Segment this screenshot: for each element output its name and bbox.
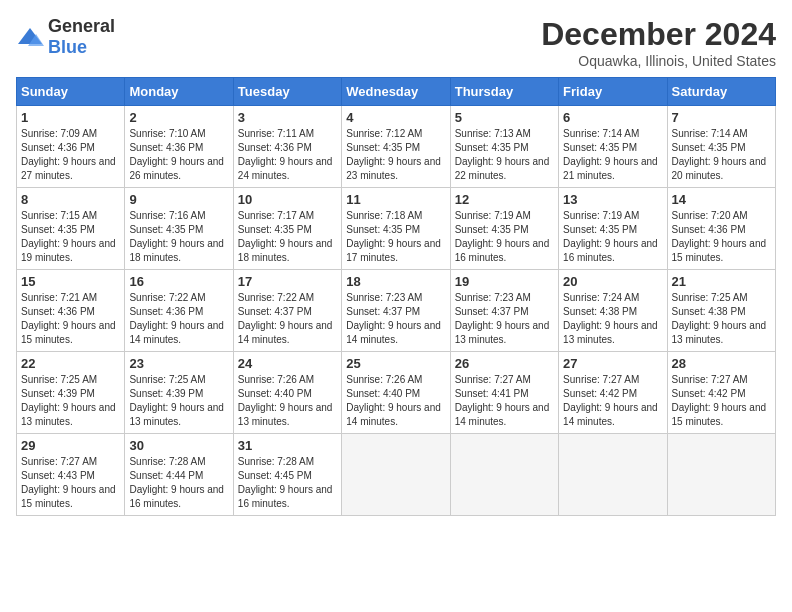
day-number: 16 xyxy=(129,274,228,289)
calendar-day-cell: 15Sunrise: 7:21 AMSunset: 4:36 PMDayligh… xyxy=(17,270,125,352)
day-number: 26 xyxy=(455,356,554,371)
calendar-day-cell: 25Sunrise: 7:26 AMSunset: 4:40 PMDayligh… xyxy=(342,352,450,434)
day-number: 22 xyxy=(21,356,120,371)
day-number: 23 xyxy=(129,356,228,371)
day-number: 29 xyxy=(21,438,120,453)
day-info: Sunrise: 7:26 AMSunset: 4:40 PMDaylight:… xyxy=(346,373,445,429)
calendar-day-cell: 30Sunrise: 7:28 AMSunset: 4:44 PMDayligh… xyxy=(125,434,233,516)
calendar-day-cell: 29Sunrise: 7:27 AMSunset: 4:43 PMDayligh… xyxy=(17,434,125,516)
calendar-day-cell xyxy=(667,434,775,516)
day-info: Sunrise: 7:16 AMSunset: 4:35 PMDaylight:… xyxy=(129,209,228,265)
day-of-week-header: Saturday xyxy=(667,78,775,106)
calendar-day-cell: 3Sunrise: 7:11 AMSunset: 4:36 PMDaylight… xyxy=(233,106,341,188)
day-number: 3 xyxy=(238,110,337,125)
day-info: Sunrise: 7:25 AMSunset: 4:38 PMDaylight:… xyxy=(672,291,771,347)
logo-blue: Blue xyxy=(48,37,87,57)
calendar-day-cell: 5Sunrise: 7:13 AMSunset: 4:35 PMDaylight… xyxy=(450,106,558,188)
calendar-day-cell: 8Sunrise: 7:15 AMSunset: 4:35 PMDaylight… xyxy=(17,188,125,270)
day-number: 15 xyxy=(21,274,120,289)
calendar-day-cell: 18Sunrise: 7:23 AMSunset: 4:37 PMDayligh… xyxy=(342,270,450,352)
calendar-week-row: 15Sunrise: 7:21 AMSunset: 4:36 PMDayligh… xyxy=(17,270,776,352)
month-title: December 2024 xyxy=(541,16,776,53)
calendar-day-cell: 24Sunrise: 7:26 AMSunset: 4:40 PMDayligh… xyxy=(233,352,341,434)
calendar-day-cell: 2Sunrise: 7:10 AMSunset: 4:36 PMDaylight… xyxy=(125,106,233,188)
day-number: 19 xyxy=(455,274,554,289)
page-header: General Blue December 2024 Oquawka, Illi… xyxy=(16,16,776,69)
day-info: Sunrise: 7:27 AMSunset: 4:41 PMDaylight:… xyxy=(455,373,554,429)
day-info: Sunrise: 7:11 AMSunset: 4:36 PMDaylight:… xyxy=(238,127,337,183)
day-number: 25 xyxy=(346,356,445,371)
day-info: Sunrise: 7:27 AMSunset: 4:43 PMDaylight:… xyxy=(21,455,120,511)
calendar-day-cell: 31Sunrise: 7:28 AMSunset: 4:45 PMDayligh… xyxy=(233,434,341,516)
calendar-day-cell: 13Sunrise: 7:19 AMSunset: 4:35 PMDayligh… xyxy=(559,188,667,270)
calendar-table: SundayMondayTuesdayWednesdayThursdayFrid… xyxy=(16,77,776,516)
logo: General Blue xyxy=(16,16,115,58)
day-number: 24 xyxy=(238,356,337,371)
calendar-day-cell: 11Sunrise: 7:18 AMSunset: 4:35 PMDayligh… xyxy=(342,188,450,270)
title-area: December 2024 Oquawka, Illinois, United … xyxy=(541,16,776,69)
day-info: Sunrise: 7:25 AMSunset: 4:39 PMDaylight:… xyxy=(129,373,228,429)
day-of-week-header: Monday xyxy=(125,78,233,106)
day-number: 9 xyxy=(129,192,228,207)
day-number: 20 xyxy=(563,274,662,289)
day-number: 18 xyxy=(346,274,445,289)
calendar-day-cell xyxy=(559,434,667,516)
day-info: Sunrise: 7:28 AMSunset: 4:45 PMDaylight:… xyxy=(238,455,337,511)
day-info: Sunrise: 7:26 AMSunset: 4:40 PMDaylight:… xyxy=(238,373,337,429)
day-of-week-header: Wednesday xyxy=(342,78,450,106)
calendar-week-row: 29Sunrise: 7:27 AMSunset: 4:43 PMDayligh… xyxy=(17,434,776,516)
calendar-body: 1Sunrise: 7:09 AMSunset: 4:36 PMDaylight… xyxy=(17,106,776,516)
calendar-day-cell: 20Sunrise: 7:24 AMSunset: 4:38 PMDayligh… xyxy=(559,270,667,352)
day-info: Sunrise: 7:20 AMSunset: 4:36 PMDaylight:… xyxy=(672,209,771,265)
calendar-header-row: SundayMondayTuesdayWednesdayThursdayFrid… xyxy=(17,78,776,106)
day-info: Sunrise: 7:19 AMSunset: 4:35 PMDaylight:… xyxy=(455,209,554,265)
day-of-week-header: Thursday xyxy=(450,78,558,106)
day-info: Sunrise: 7:25 AMSunset: 4:39 PMDaylight:… xyxy=(21,373,120,429)
day-number: 31 xyxy=(238,438,337,453)
day-number: 11 xyxy=(346,192,445,207)
calendar-day-cell: 27Sunrise: 7:27 AMSunset: 4:42 PMDayligh… xyxy=(559,352,667,434)
day-number: 12 xyxy=(455,192,554,207)
calendar-day-cell: 22Sunrise: 7:25 AMSunset: 4:39 PMDayligh… xyxy=(17,352,125,434)
calendar-day-cell: 21Sunrise: 7:25 AMSunset: 4:38 PMDayligh… xyxy=(667,270,775,352)
calendar-day-cell: 12Sunrise: 7:19 AMSunset: 4:35 PMDayligh… xyxy=(450,188,558,270)
calendar-day-cell xyxy=(342,434,450,516)
day-number: 21 xyxy=(672,274,771,289)
day-info: Sunrise: 7:18 AMSunset: 4:35 PMDaylight:… xyxy=(346,209,445,265)
day-of-week-header: Tuesday xyxy=(233,78,341,106)
calendar-day-cell: 28Sunrise: 7:27 AMSunset: 4:42 PMDayligh… xyxy=(667,352,775,434)
day-info: Sunrise: 7:14 AMSunset: 4:35 PMDaylight:… xyxy=(672,127,771,183)
logo-general: General xyxy=(48,16,115,36)
day-info: Sunrise: 7:17 AMSunset: 4:35 PMDaylight:… xyxy=(238,209,337,265)
day-info: Sunrise: 7:22 AMSunset: 4:36 PMDaylight:… xyxy=(129,291,228,347)
day-info: Sunrise: 7:27 AMSunset: 4:42 PMDaylight:… xyxy=(563,373,662,429)
day-number: 28 xyxy=(672,356,771,371)
calendar-day-cell: 19Sunrise: 7:23 AMSunset: 4:37 PMDayligh… xyxy=(450,270,558,352)
day-number: 2 xyxy=(129,110,228,125)
calendar-day-cell: 26Sunrise: 7:27 AMSunset: 4:41 PMDayligh… xyxy=(450,352,558,434)
day-number: 14 xyxy=(672,192,771,207)
day-number: 5 xyxy=(455,110,554,125)
day-number: 8 xyxy=(21,192,120,207)
calendar-day-cell: 16Sunrise: 7:22 AMSunset: 4:36 PMDayligh… xyxy=(125,270,233,352)
day-number: 6 xyxy=(563,110,662,125)
logo-text: General Blue xyxy=(48,16,115,58)
day-number: 13 xyxy=(563,192,662,207)
day-number: 17 xyxy=(238,274,337,289)
day-info: Sunrise: 7:10 AMSunset: 4:36 PMDaylight:… xyxy=(129,127,228,183)
day-info: Sunrise: 7:12 AMSunset: 4:35 PMDaylight:… xyxy=(346,127,445,183)
calendar-day-cell: 10Sunrise: 7:17 AMSunset: 4:35 PMDayligh… xyxy=(233,188,341,270)
day-number: 27 xyxy=(563,356,662,371)
day-info: Sunrise: 7:21 AMSunset: 4:36 PMDaylight:… xyxy=(21,291,120,347)
day-number: 1 xyxy=(21,110,120,125)
day-info: Sunrise: 7:09 AMSunset: 4:36 PMDaylight:… xyxy=(21,127,120,183)
calendar-day-cell: 9Sunrise: 7:16 AMSunset: 4:35 PMDaylight… xyxy=(125,188,233,270)
day-info: Sunrise: 7:13 AMSunset: 4:35 PMDaylight:… xyxy=(455,127,554,183)
calendar-week-row: 22Sunrise: 7:25 AMSunset: 4:39 PMDayligh… xyxy=(17,352,776,434)
day-info: Sunrise: 7:28 AMSunset: 4:44 PMDaylight:… xyxy=(129,455,228,511)
day-info: Sunrise: 7:22 AMSunset: 4:37 PMDaylight:… xyxy=(238,291,337,347)
day-number: 30 xyxy=(129,438,228,453)
day-info: Sunrise: 7:19 AMSunset: 4:35 PMDaylight:… xyxy=(563,209,662,265)
calendar-week-row: 8Sunrise: 7:15 AMSunset: 4:35 PMDaylight… xyxy=(17,188,776,270)
calendar-day-cell: 4Sunrise: 7:12 AMSunset: 4:35 PMDaylight… xyxy=(342,106,450,188)
